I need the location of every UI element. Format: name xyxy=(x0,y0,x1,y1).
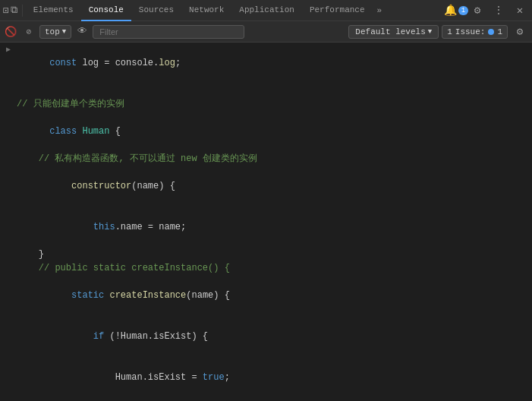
code-line-comment-3: // public static createInstance() { xyxy=(0,261,532,275)
code-content: class Human { xyxy=(17,111,526,152)
code-line-class: class Human { xyxy=(0,111,532,152)
issue-label: Issue: xyxy=(455,27,486,36)
expand-arrow[interactable]: ▶ xyxy=(6,43,17,57)
device-icon[interactable]: ⧉ xyxy=(11,5,17,16)
settings-button[interactable]: ⚙ xyxy=(468,2,486,20)
tab-network[interactable]: Network xyxy=(181,0,231,21)
comment-3: // public static createInstance() { xyxy=(17,261,526,275)
code-content: const log = console.log; xyxy=(17,43,526,84)
issue-dot-icon xyxy=(488,29,494,35)
levels-chevron: ▼ xyxy=(428,28,432,36)
tabs-right-area: 🔔 1 ⚙ ⋮ ✕ xyxy=(447,2,529,20)
console-toolbar: 🚫 ⊘ top ▼ 👁 Default levels ▼ 1 Issue: 1 … xyxy=(0,21,532,43)
code-line-static: static createInstance(name) { xyxy=(0,275,532,316)
tab-application[interactable]: Application xyxy=(231,0,302,21)
levels-label: Default levels xyxy=(355,27,425,36)
code-content: this.instance = new Human(name); xyxy=(17,398,526,401)
issue-badge[interactable]: 1 Issue: 1 xyxy=(442,25,508,39)
devtools-left-icons: ⊡ ⧉ xyxy=(3,5,23,17)
clear-console-button[interactable]: 🚫 xyxy=(3,24,18,39)
tab-sources[interactable]: Sources xyxy=(131,0,181,21)
console-content: ▶ const log = console.log; // 只能创建单个类的实例… xyxy=(0,43,532,401)
code-line-comment-2: // 私有构造器函数, 不可以通过 new 创建类的实例 xyxy=(0,152,532,166)
comment-2: // 私有构造器函数, 不可以通过 new 创建类的实例 xyxy=(17,152,526,166)
more-actions-button[interactable]: ⋮ xyxy=(490,2,508,20)
tab-performance[interactable]: Performance xyxy=(302,0,373,21)
console-settings-button[interactable]: ⚙ xyxy=(511,23,529,41)
code-line-new-human: this.instance = new Human(name); xyxy=(0,398,532,401)
devtools-tabbar: ⊡ ⧉ Elements Console Sources Network App… xyxy=(0,0,532,21)
context-label: top xyxy=(45,27,60,36)
code-content: constructor(name) { xyxy=(17,166,526,207)
code-line-constructor: constructor(name) { xyxy=(0,166,532,207)
levels-dropdown[interactable]: Default levels ▼ xyxy=(348,25,439,39)
code-line-close-1: } xyxy=(0,248,532,261)
code-line-1: ▶ const log = console.log; xyxy=(0,43,532,84)
blank-line-1 xyxy=(0,84,532,97)
filter-input[interactable] xyxy=(93,25,244,39)
context-selector[interactable]: top ▼ xyxy=(39,25,71,39)
code-line-this-name: this.name = name; xyxy=(0,207,532,248)
tab-more-button[interactable]: » xyxy=(373,3,387,18)
tab-console[interactable]: Console xyxy=(81,0,131,21)
comment-1: // 只能创建单个类的实例 xyxy=(17,97,526,111)
code-line-comment-1: // 只能创建单个类的实例 xyxy=(0,97,532,111)
code-content: if (!Human.isExist) { xyxy=(17,316,526,357)
code-content: } xyxy=(17,248,526,261)
code-line-isexist-true: Human.isExist = true; xyxy=(0,357,532,398)
context-dropdown-icon: ▼ xyxy=(62,28,66,36)
notification-count: 1 xyxy=(458,6,468,15)
close-button[interactable]: ✕ xyxy=(511,2,529,20)
code-content: this.name = name; xyxy=(17,207,526,248)
inspect-icon[interactable]: ⊡ xyxy=(3,5,9,17)
code-content: Human.isExist = true; xyxy=(17,357,526,398)
issue-count: 1 xyxy=(447,27,452,36)
code-content: static createInstance(name) { xyxy=(17,275,526,316)
pause-button[interactable]: ⊘ xyxy=(21,24,36,39)
code-line-if: if (!Human.isExist) { xyxy=(0,316,532,357)
tab-elements[interactable]: Elements xyxy=(26,0,81,21)
notification-button[interactable]: 🔔 1 xyxy=(447,2,465,20)
issue-count2: 1 xyxy=(497,27,502,36)
default-levels-area: Default levels ▼ 1 Issue: 1 ⚙ xyxy=(348,23,529,41)
eye-icon[interactable]: 👁 xyxy=(74,24,90,39)
